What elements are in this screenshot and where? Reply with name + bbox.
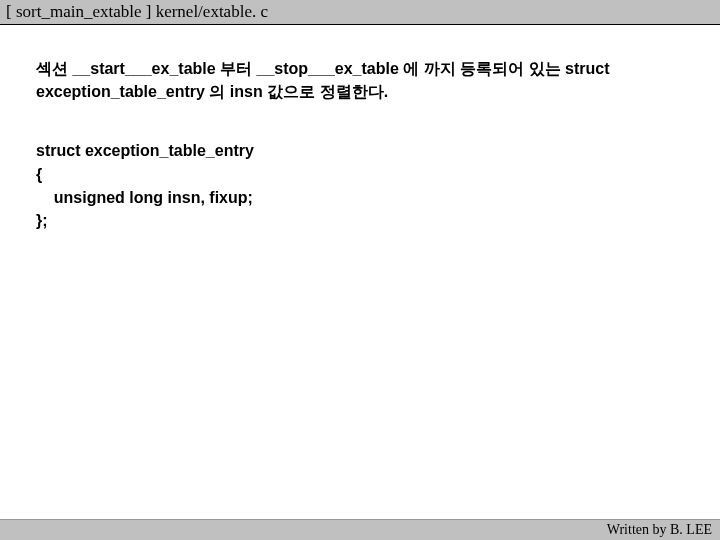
page-title: [ sort_main_extable ] kernel/extable. c: [6, 2, 268, 21]
footer-credit: Written by B. LEE: [607, 522, 712, 537]
description-paragraph: 섹션 __start___ex_table 부터 __stop___ex_tab…: [36, 57, 684, 103]
code-block: struct exception_table_entry { unsigned …: [36, 139, 684, 232]
footer-bar: Written by B. LEE: [0, 519, 720, 540]
title-bar: [ sort_main_extable ] kernel/extable. c: [0, 0, 720, 25]
content-area: 섹션 __start___ex_table 부터 __stop___ex_tab…: [0, 25, 720, 232]
